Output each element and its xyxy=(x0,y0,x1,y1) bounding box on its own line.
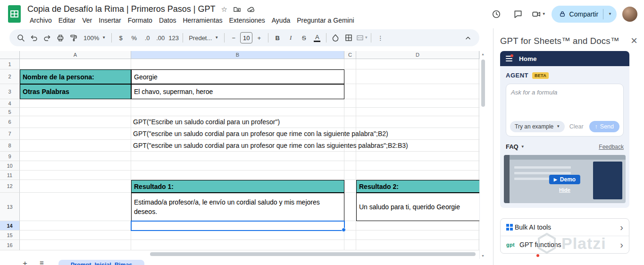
menu-insertar[interactable]: Insertar xyxy=(95,16,124,25)
hide-menus-button[interactable] xyxy=(462,32,474,44)
row-header-1[interactable]: 1 xyxy=(0,59,20,69)
cell-b6[interactable]: GPT("Escribe un saludo cordial para un p… xyxy=(133,116,280,128)
hide-link[interactable]: Hide xyxy=(559,187,570,193)
row-header-15[interactable]: 15 xyxy=(0,231,20,240)
row-header-4[interactable]: 4 xyxy=(0,99,20,108)
cell-d12[interactable]: Resultado 2: xyxy=(356,180,479,193)
all-sheets-button[interactable]: ≡ xyxy=(40,259,44,265)
cell-b12[interactable]: Resultado 1: xyxy=(131,180,344,193)
row-header-8[interactable]: 8 xyxy=(0,140,20,152)
bulk-ai-tools-item[interactable]: Bulk AI tools › xyxy=(501,219,629,236)
menu-archivo[interactable]: Archivo xyxy=(26,16,55,25)
column-header-d[interactable]: D xyxy=(356,51,479,59)
cell-b3[interactable]: El chavo, superman, heroe xyxy=(131,84,344,99)
row-header-10[interactable]: 10 xyxy=(0,161,20,171)
select-all-corner[interactable] xyxy=(0,51,20,59)
share-dropdown[interactable]: ▼ xyxy=(603,12,617,16)
italic-button[interactable]: I xyxy=(284,32,297,44)
clear-button[interactable]: Clear xyxy=(569,123,584,130)
text-color-button[interactable]: A xyxy=(311,32,323,44)
grid-row-15[interactable] xyxy=(20,231,479,240)
increase-font-size-button[interactable]: + xyxy=(253,32,265,44)
decrease-decimals-button[interactable]: .0 xyxy=(141,32,153,44)
comments-icon[interactable] xyxy=(510,6,526,22)
row-header-3[interactable]: 3 xyxy=(0,84,20,99)
cell-a3[interactable]: Otras Palabras xyxy=(20,84,131,99)
grid-row-11[interactable] xyxy=(20,171,479,180)
column-header-a[interactable]: A xyxy=(20,51,131,59)
row-header-2[interactable]: 2 xyxy=(0,69,20,84)
try-example-button[interactable]: Try an example▼ xyxy=(510,121,565,132)
format-percent-button[interactable]: % xyxy=(128,32,140,44)
strikethrough-button[interactable]: S xyxy=(298,32,310,44)
document-title[interactable]: Copia de Desafío la Rima | Primeros Paso… xyxy=(27,4,216,14)
sheet-tab-active[interactable]: Prompt_Inicial_Rimas xyxy=(59,260,144,265)
avatar[interactable] xyxy=(622,7,637,22)
row-header-11[interactable]: 11 xyxy=(0,171,20,180)
faq-toggle[interactable]: FAQ▼ xyxy=(506,143,525,150)
feedback-link[interactable]: Feedback xyxy=(599,144,624,150)
menu-formato[interactable]: Formato xyxy=(125,16,156,25)
scroll-up-icon[interactable]: ▲ xyxy=(481,52,485,56)
share-button[interactable]: Compartir ▼ xyxy=(552,6,617,23)
demo-button[interactable]: ▶ Demo xyxy=(549,175,580,184)
menu-ver[interactable]: Ver xyxy=(79,16,95,25)
row-header-6[interactable]: 6 xyxy=(0,116,20,128)
vertical-scrollbar-thumb[interactable] xyxy=(481,60,485,107)
borders-button[interactable] xyxy=(343,32,355,44)
gpt-functions-item[interactable]: gpt GPT functions › xyxy=(501,236,629,253)
menu-herramientas[interactable]: Herramientas xyxy=(179,16,226,25)
merge-cells-button[interactable]: ▼ xyxy=(356,32,368,44)
scroll-down-icon[interactable]: ▼ xyxy=(481,254,485,257)
star-icon[interactable]: ☆ xyxy=(221,6,227,13)
print-button[interactable] xyxy=(54,32,67,44)
grid-row-5[interactable] xyxy=(20,108,479,116)
video-call-icon[interactable]: ▼ xyxy=(532,9,546,19)
decrease-font-size-button[interactable]: − xyxy=(227,32,240,44)
add-sheet-button[interactable]: + xyxy=(23,259,27,265)
cell-a2[interactable]: Nombre de la persona: xyxy=(20,69,131,84)
grid-row-9[interactable] xyxy=(20,152,479,161)
row-header-9[interactable]: 9 xyxy=(0,152,20,161)
sheets-logo[interactable] xyxy=(8,5,21,23)
undo-button[interactable] xyxy=(28,32,40,44)
column-header-b[interactable]: B xyxy=(131,51,344,59)
zoom-select[interactable]: 100%▼ xyxy=(81,32,109,44)
grid-row-1[interactable] xyxy=(20,59,479,69)
row-header-13[interactable]: 13 xyxy=(0,193,20,221)
row-header-7[interactable]: 7 xyxy=(0,128,20,140)
menu-icon[interactable] xyxy=(506,56,512,61)
move-folder-icon[interactable] xyxy=(233,5,241,13)
formula-input[interactable] xyxy=(506,84,623,117)
close-icon[interactable]: × xyxy=(631,36,637,45)
more-formats-button[interactable]: 123 xyxy=(167,32,180,44)
version-history-icon[interactable] xyxy=(488,6,504,22)
row-header-12[interactable]: 12 xyxy=(0,180,20,193)
redo-button[interactable] xyxy=(41,32,53,44)
cell-b13[interactable]: Estimado/a profesor/a, le envío un cordi… xyxy=(131,193,344,221)
grid-row-10[interactable] xyxy=(20,161,479,171)
grid-row-16[interactable] xyxy=(20,240,479,250)
increase-decimals-button[interactable]: .00 xyxy=(154,32,167,44)
vertical-scrollbar[interactable]: ▲ ▼ xyxy=(479,51,486,259)
format-currency-button[interactable]: $ xyxy=(115,32,127,44)
menu-datos[interactable]: Datos xyxy=(156,16,180,25)
menu-editar[interactable]: Editar xyxy=(55,16,79,25)
row-header-5[interactable]: 5 xyxy=(0,108,20,116)
font-size-input[interactable]: 10 xyxy=(240,32,252,43)
cell-b7[interactable]: GPT("escribe un saludo cordial para un p… xyxy=(133,128,388,140)
demo-video-thumbnail[interactable]: ▶ Demo Hide xyxy=(504,155,626,203)
column-header-c[interactable]: C xyxy=(344,51,356,59)
cell-d13[interactable]: Un saludo para ti, querido Georgie xyxy=(356,193,479,221)
video-call-caret-icon[interactable]: ▼ xyxy=(542,12,546,16)
menu-extensiones[interactable]: Extensiones xyxy=(226,16,268,25)
menu-ayuda[interactable]: Ayuda xyxy=(268,16,293,25)
cell-b2[interactable]: Georgie xyxy=(131,69,344,84)
row-header-14[interactable]: 14 xyxy=(0,221,20,231)
menu-preguntar-a-gemini[interactable]: Preguntar a Gemini xyxy=(293,16,357,25)
more-toolbar-options[interactable]: ⋮ xyxy=(374,32,386,44)
grid-row-4[interactable] xyxy=(20,99,479,108)
row-header-16[interactable]: 16 xyxy=(0,240,20,250)
font-family-select[interactable]: Predet...▼ xyxy=(186,32,221,44)
paint-format-button[interactable] xyxy=(67,32,80,44)
